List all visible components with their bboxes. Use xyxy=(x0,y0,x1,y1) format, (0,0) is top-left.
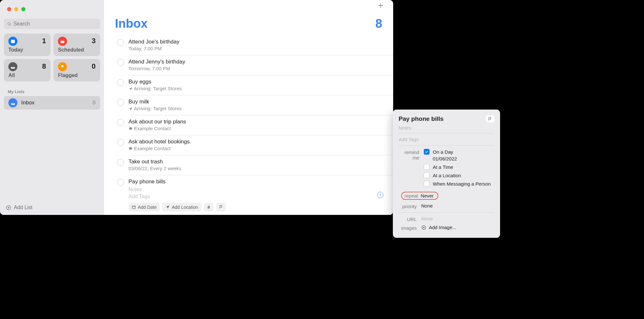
add-flag-chip[interactable] xyxy=(216,203,226,211)
svg-point-0 xyxy=(8,22,10,25)
my-lists-header: My Lists xyxy=(0,85,104,96)
images-label: images xyxy=(399,225,417,231)
reminder-item[interactable]: Buy milk Arriving: Target Stores xyxy=(105,95,393,115)
completion-toggle[interactable] xyxy=(117,159,124,166)
reminder-item-selected[interactable]: Pay phone bills Notes Add Tags Add Date … xyxy=(105,175,393,215)
details-notes-placeholder[interactable]: Notes xyxy=(399,125,494,130)
reminder-meta: Arriving: Target Stores xyxy=(128,105,387,112)
inbox-icon xyxy=(8,98,17,107)
sidebar-list-inbox-label: Inbox xyxy=(21,100,89,106)
plus-circle-icon xyxy=(6,205,11,210)
sidebar: 1 Today 3 Scheduled 8 xyxy=(0,0,104,215)
at-a-location-checkbox[interactable] xyxy=(424,172,430,178)
tags-placeholder[interactable]: Add Tags xyxy=(128,194,373,199)
search-box[interactable] xyxy=(4,19,100,29)
add-list-button[interactable]: Add List xyxy=(0,200,104,215)
reminder-item[interactable]: Attend Jenny's birthday Tomorrow, 7:00 P… xyxy=(105,55,393,75)
svg-rect-4 xyxy=(61,40,64,41)
add-reminder-button[interactable] xyxy=(377,2,384,10)
reminder-item[interactable]: Ask about our trip plans Example Contact xyxy=(105,115,393,135)
info-button[interactable]: i xyxy=(377,192,384,198)
completion-toggle[interactable] xyxy=(117,119,124,126)
completion-toggle[interactable] xyxy=(117,79,124,86)
at-a-time-label: At a Time xyxy=(433,164,453,170)
repeat-label: repeat xyxy=(404,193,418,198)
smart-list-scheduled-count: 3 xyxy=(92,37,96,45)
images-row: images Add Image... xyxy=(399,225,494,231)
reminder-item[interactable]: Take out trash 03/06/22, Every 2 weeks xyxy=(105,155,393,175)
tray-icon xyxy=(8,62,17,71)
reminder-title: Buy milk xyxy=(128,98,387,105)
details-tags-placeholder[interactable]: Add Tags xyxy=(399,137,494,142)
calendar-icon xyxy=(132,205,136,209)
completion-toggle[interactable] xyxy=(117,179,124,186)
smart-list-flagged-count: 0 xyxy=(92,62,96,71)
on-a-day-checkbox[interactable] xyxy=(424,149,430,155)
reminder-meta: Example Contact xyxy=(128,145,387,152)
completion-toggle[interactable] xyxy=(117,59,124,66)
minimize-window-button[interactable] xyxy=(14,7,18,11)
add-image-label: Add Image... xyxy=(429,225,456,230)
priority-label: priority xyxy=(399,203,417,209)
flag-icon xyxy=(488,117,492,121)
smart-list-flagged-label: Flagged xyxy=(58,72,96,78)
search-input[interactable] xyxy=(14,21,97,27)
plus-icon xyxy=(377,2,384,9)
sidebar-list-inbox-count: 8 xyxy=(93,100,96,106)
add-tag-chip[interactable]: # xyxy=(204,203,213,211)
reminder-item[interactable]: Ask about hotel bookings. Example Contac… xyxy=(105,135,393,155)
when-messaging-checkbox[interactable] xyxy=(424,181,430,187)
reminder-title: Ask about hotel bookings. xyxy=(128,138,387,145)
sidebar-list-inbox[interactable]: Inbox 8 xyxy=(4,96,100,110)
remind-date-value[interactable]: 01/06/2022 xyxy=(433,156,494,161)
reminder-title: Buy eggs xyxy=(128,78,387,85)
repeat-selector[interactable]: repeat Never xyxy=(401,192,438,200)
hash-icon: # xyxy=(207,205,210,210)
completion-toggle[interactable] xyxy=(117,99,124,106)
location-arrow-icon xyxy=(128,87,133,91)
completion-toggle[interactable] xyxy=(117,139,124,146)
priority-row: priority None xyxy=(399,203,494,209)
reminder-meta: Arriving: Target Stores xyxy=(128,85,387,92)
search-icon xyxy=(7,22,12,26)
smart-list-flagged[interactable]: 0 Flagged xyxy=(53,59,100,82)
url-placeholder[interactable]: None xyxy=(421,216,433,221)
add-image-button[interactable]: Add Image... xyxy=(421,225,456,230)
priority-value[interactable]: None xyxy=(421,203,433,208)
on-a-day-label: On a Day xyxy=(433,149,453,155)
location-arrow-icon xyxy=(128,107,133,111)
header: Inbox 8 xyxy=(104,12,393,35)
reminders-window: 1 Today 3 Scheduled 8 xyxy=(0,0,393,215)
smart-list-today[interactable]: 1 Today xyxy=(4,34,51,56)
remind-me-row: remind me On a Day 01/06/2022 At a Time … xyxy=(399,149,494,189)
remind-me-label: remind me xyxy=(399,149,419,160)
smart-list-all-count: 8 xyxy=(42,62,46,71)
close-window-button[interactable] xyxy=(7,7,11,11)
add-location-chip[interactable]: Add Location xyxy=(162,203,201,211)
svg-rect-2 xyxy=(11,40,15,43)
add-date-chip[interactable]: Add Date xyxy=(128,203,160,211)
details-title[interactable]: Pay phone bills xyxy=(399,115,443,122)
notes-placeholder[interactable]: Notes xyxy=(128,187,373,192)
when-messaging-label: When Messaging a Person xyxy=(433,181,491,187)
details-flag-toggle[interactable] xyxy=(486,115,494,122)
list-title: Inbox xyxy=(115,17,147,31)
smart-list-all[interactable]: 8 All xyxy=(4,59,51,82)
plus-circle-icon xyxy=(421,225,426,230)
at-a-time-checkbox[interactable] xyxy=(424,164,430,170)
smart-list-all-label: All xyxy=(8,72,46,78)
calendar-today-icon xyxy=(8,37,17,46)
reminder-title: Ask about our trip plans xyxy=(128,118,387,125)
completion-toggle[interactable] xyxy=(117,39,124,46)
reminder-item[interactable]: Attend Joe's birthday Today, 7:00 PM xyxy=(105,35,393,55)
repeat-value: Never xyxy=(421,193,434,198)
reminder-item[interactable]: Buy eggs Arriving: Target Stores xyxy=(105,75,393,95)
url-row: URL None xyxy=(399,216,494,222)
reminder-inline-editor: Notes Add Tags Add Date Add Location xyxy=(128,185,373,211)
checkmark-icon xyxy=(425,150,429,154)
reminder-meta: Example Contact xyxy=(128,125,387,132)
message-icon xyxy=(128,147,133,151)
reminder-meta: Today, 7:00 PM xyxy=(128,45,387,52)
fullscreen-window-button[interactable] xyxy=(21,7,25,11)
smart-list-scheduled[interactable]: 3 Scheduled xyxy=(53,34,100,56)
